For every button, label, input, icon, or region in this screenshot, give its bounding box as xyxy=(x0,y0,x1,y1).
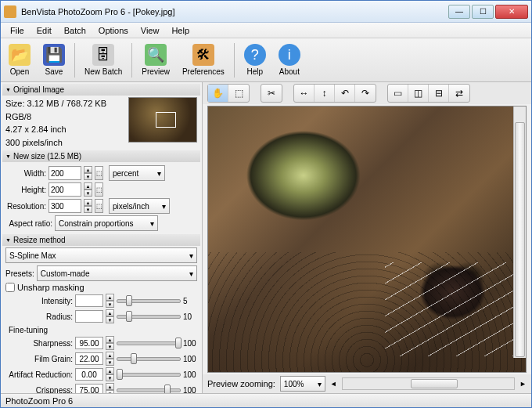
toolbar: 📂Open 💾Save 🗄New Batch 🔍Preview 🛠Prefere… xyxy=(1,38,531,82)
minimize-button[interactable]: — xyxy=(448,5,470,19)
split-none-icon[interactable]: ▭ xyxy=(388,85,408,102)
radius-slider[interactable] xyxy=(117,310,181,323)
close-button[interactable]: ✕ xyxy=(495,5,528,19)
app-icon xyxy=(4,5,16,18)
radius-input[interactable] xyxy=(75,310,103,323)
intensity-slider[interactable] xyxy=(117,294,181,307)
window-title: BenVista PhotoZoom Pro 6 - [Pokey.jpg] xyxy=(21,7,448,16)
rotate-cw-icon[interactable]: ↷ xyxy=(355,85,376,102)
split-v-icon[interactable]: ◫ xyxy=(408,85,429,102)
folder-open-icon: 📂 xyxy=(9,44,31,66)
resize-method-header[interactable]: Resize method xyxy=(2,234,200,246)
sharpness-input[interactable] xyxy=(75,337,103,349)
width-up[interactable]: ▲ xyxy=(84,166,92,173)
menu-edit[interactable]: Edit xyxy=(31,24,58,37)
maximize-button[interactable]: ☐ xyxy=(472,5,494,19)
crop-tool-icon[interactable]: ✂ xyxy=(261,85,282,102)
status-text: PhotoZoom Pro 6 xyxy=(5,396,73,406)
width-down[interactable]: ▼ xyxy=(84,173,92,180)
radius-label: Radius: xyxy=(5,312,73,321)
width-label: Width: xyxy=(5,169,46,178)
resolution-label: Resolution: xyxy=(5,202,46,211)
save-icon: 💾 xyxy=(43,44,65,66)
aspect-label: Aspect ratio: xyxy=(5,219,52,228)
split-h-icon[interactable]: ⊟ xyxy=(429,85,449,102)
sharpness-label: Sharpness: xyxy=(5,339,73,348)
status-bar: PhotoZoom Pro 6 xyxy=(1,393,531,407)
filmgrain-label: Film Grain: xyxy=(5,355,73,363)
original-image-header[interactable]: Original Image xyxy=(2,84,200,96)
height-up[interactable]: ▲ xyxy=(84,182,92,190)
filmgrain-input[interactable] xyxy=(75,352,103,365)
hand-tool-icon[interactable]: ✋ xyxy=(208,85,228,102)
menu-file[interactable]: File xyxy=(4,24,31,37)
preview-icon: 🔍 xyxy=(145,44,167,66)
height-down[interactable]: ▼ xyxy=(84,190,92,197)
res-link-icon[interactable]: ⬚ xyxy=(95,199,103,213)
flip-h-icon[interactable]: ↔ xyxy=(294,85,315,102)
unsharp-checkbox[interactable] xyxy=(5,283,15,292)
filmgrain-slider[interactable] xyxy=(117,352,181,365)
res-unit-combo[interactable]: pixels/inch xyxy=(109,198,170,214)
scroll-right-icon[interactable]: ► xyxy=(519,380,527,388)
crispness-slider[interactable] xyxy=(117,384,181,393)
original-res: 300 pixels/inch xyxy=(5,136,128,150)
vertical-scrollbar[interactable] xyxy=(513,107,526,358)
marquee-tool-icon[interactable]: ⬚ xyxy=(228,85,249,102)
preview-zoom-label: Preview zooming: xyxy=(207,379,275,388)
height-label: Height: xyxy=(5,186,46,194)
resize-method-combo[interactable]: S-Spline Max xyxy=(5,247,197,263)
horizontal-scrollbar[interactable] xyxy=(342,377,515,390)
menu-help[interactable]: Help xyxy=(165,24,196,37)
menu-view[interactable]: View xyxy=(135,24,166,37)
artifact-input[interactable] xyxy=(75,368,103,381)
artifact-label: Artifact Reduction: xyxy=(5,370,73,379)
new-size-header[interactable]: New size (12.5 MB) xyxy=(2,150,200,162)
res-down[interactable]: ▼ xyxy=(84,206,92,213)
aspect-ratio-combo[interactable]: Constrain proportions xyxy=(55,215,158,231)
res-up[interactable]: ▲ xyxy=(84,199,92,206)
save-button[interactable]: 💾Save xyxy=(40,42,68,78)
presets-combo[interactable]: Custom-made xyxy=(37,265,197,281)
preview-button[interactable]: 🔍Preview xyxy=(138,42,173,78)
intensity-input[interactable] xyxy=(75,294,103,307)
navigator-thumbnail[interactable] xyxy=(128,97,197,143)
batch-icon: 🗄 xyxy=(92,44,114,66)
flip-v-icon[interactable]: ↕ xyxy=(315,85,335,102)
width-link-icon[interactable]: ⬚ xyxy=(95,166,103,180)
menubar: File Edit Batch Options View Help xyxy=(1,23,531,38)
artifact-slider[interactable] xyxy=(117,368,181,381)
open-button[interactable]: 📂Open xyxy=(5,42,34,78)
size-unit-combo[interactable]: percent xyxy=(109,165,165,181)
intensity-label: Intensity: xyxy=(5,297,73,305)
new-batch-button[interactable]: 🗄New Batch xyxy=(81,42,125,78)
settings-panel: Original Image Size: 3.12 MB / 768.72 KB… xyxy=(1,82,203,393)
crispness-label: Crispness: xyxy=(5,386,73,394)
titlebar: BenVista PhotoZoom Pro 6 - [Pokey.jpg] —… xyxy=(1,1,531,23)
finetune-label: Fine-tuning xyxy=(9,326,197,334)
scroll-left-icon[interactable]: ◄ xyxy=(330,380,337,388)
preview-zoom-combo[interactable]: 100% xyxy=(280,376,325,392)
preview-image xyxy=(208,107,526,372)
help-icon: ? xyxy=(244,44,266,66)
rotate-ccw-icon[interactable]: ↶ xyxy=(335,85,355,102)
info-icon: i xyxy=(279,44,300,66)
help-button[interactable]: ?Help xyxy=(241,42,269,78)
preview-panel: ✋ ⬚ ✂ ↔ ↕ ↶ ↷ ▭ ◫ ⊟ ⇄ Pr xyxy=(203,82,531,393)
sharpness-slider[interactable] xyxy=(117,337,181,349)
menu-options[interactable]: Options xyxy=(92,24,135,37)
height-link-icon[interactable]: ⬚ xyxy=(95,182,103,197)
presets-label: Presets: xyxy=(5,269,34,278)
resolution-input[interactable] xyxy=(49,199,81,213)
preview-viewport[interactable] xyxy=(207,106,527,373)
about-button[interactable]: iAbout xyxy=(275,42,304,78)
width-input[interactable] xyxy=(49,166,81,180)
preview-toolbar: ✋ ⬚ ✂ ↔ ↕ ↶ ↷ ▭ ◫ ⊟ ⇄ xyxy=(203,82,531,104)
preferences-button[interactable]: 🛠Preferences xyxy=(179,42,228,78)
split-swap-icon[interactable]: ⇄ xyxy=(449,85,469,102)
height-input[interactable] xyxy=(49,182,81,197)
menu-batch[interactable]: Batch xyxy=(58,24,92,37)
crispness-input[interactable] xyxy=(75,384,103,393)
original-mode: RGB/8 xyxy=(5,110,128,124)
original-size: Size: 3.12 MB / 768.72 KB xyxy=(5,97,128,110)
